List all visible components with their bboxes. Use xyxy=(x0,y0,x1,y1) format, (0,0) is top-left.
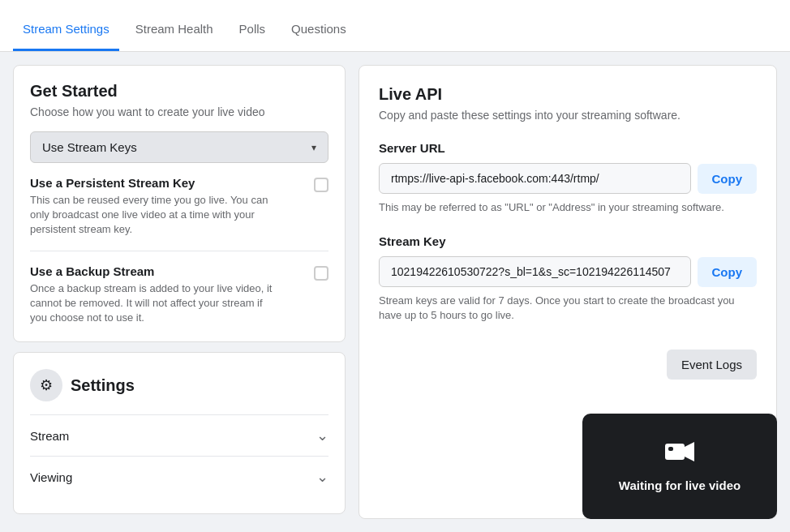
get-started-title: Get Started xyxy=(30,82,328,101)
persistent-key-checkbox[interactable] xyxy=(314,178,328,192)
settings-viewing-label: Viewing xyxy=(30,470,72,484)
backup-stream-checkbox[interactable] xyxy=(314,266,328,281)
svg-marker-1 xyxy=(685,442,694,461)
tab-stream-settings[interactable]: Stream Settings xyxy=(13,9,119,51)
settings-title: Settings xyxy=(71,376,135,395)
persistent-key-title: Use a Persistent Stream Key xyxy=(30,176,281,190)
server-url-row: Copy xyxy=(379,163,757,194)
server-url-note: This may be referred to as "URL" or "Add… xyxy=(379,200,757,215)
tab-polls[interactable]: Polls xyxy=(230,9,276,51)
server-url-input[interactable] xyxy=(379,163,691,194)
live-api-title: Live API xyxy=(379,85,757,104)
backup-stream-title: Use a Backup Stream xyxy=(30,264,281,278)
stream-key-copy-button[interactable]: Copy xyxy=(698,257,758,287)
persistent-key-option: Use a Persistent Stream Key This can be … xyxy=(30,163,328,251)
chevron-down-viewing-icon: ⌄ xyxy=(316,468,328,486)
chevron-down-icon: ▾ xyxy=(311,142,316,153)
clearfix: Event Logs xyxy=(379,343,757,380)
stream-key-input[interactable] xyxy=(379,256,691,287)
svg-rect-2 xyxy=(668,447,673,451)
settings-card: ⚙ Settings Stream ⌄ Viewing ⌄ xyxy=(13,352,346,514)
get-started-subtitle: Choose how you want to create your live … xyxy=(30,105,328,118)
tabs-bar: Stream Settings Stream Health Polls Ques… xyxy=(0,0,790,52)
settings-row-viewing[interactable]: Viewing ⌄ xyxy=(30,456,328,497)
live-api-subtitle: Copy and paste these settings into your … xyxy=(379,109,757,122)
tab-questions[interactable]: Questions xyxy=(281,9,356,51)
waiting-text: Waiting for live video xyxy=(619,478,741,492)
backup-stream-desc: Once a backup stream is added to your li… xyxy=(30,281,281,326)
persistent-key-text: Use a Persistent Stream Key This can be … xyxy=(30,176,281,238)
server-url-copy-button[interactable]: Copy xyxy=(698,164,758,194)
backup-stream-text: Use a Backup Stream Once a backup stream… xyxy=(30,264,281,326)
stream-key-note: Stream keys are valid for 7 days. Once y… xyxy=(379,294,757,323)
settings-header: ⚙ Settings xyxy=(30,369,328,401)
dropdown-label: Use Stream Keys xyxy=(42,140,137,154)
persistent-key-desc: This can be reused every time you go liv… xyxy=(30,193,281,238)
stream-keys-dropdown[interactable]: Use Stream Keys ▾ xyxy=(30,131,328,163)
settings-row-stream[interactable]: Stream ⌄ xyxy=(30,414,328,456)
settings-stream-label: Stream xyxy=(30,429,69,443)
tab-stream-health[interactable]: Stream Health xyxy=(126,9,223,51)
gear-icon: ⚙ xyxy=(30,369,62,401)
main-content: Get Started Choose how you want to creat… xyxy=(0,52,790,532)
video-camera-icon xyxy=(665,440,694,469)
chevron-down-stream-icon: ⌄ xyxy=(316,427,328,444)
get-started-card: Get Started Choose how you want to creat… xyxy=(13,65,346,342)
stream-key-label: Stream Key xyxy=(379,234,757,248)
svg-rect-0 xyxy=(665,444,685,460)
event-logs-button[interactable]: Event Logs xyxy=(667,350,757,380)
backup-stream-option: Use a Backup Stream Once a backup stream… xyxy=(30,251,328,326)
server-url-label: Server URL xyxy=(379,141,757,155)
left-panel: Get Started Choose how you want to creat… xyxy=(13,65,346,519)
waiting-overlay: Waiting for live video xyxy=(582,414,777,519)
stream-key-row: Copy xyxy=(379,256,757,287)
